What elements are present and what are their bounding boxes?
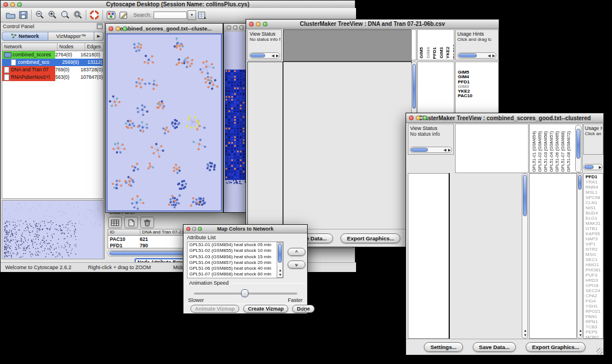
network-list-header[interactable]: Network Nodes Edges [2,43,103,51]
scrollbar-thumb[interactable] [584,165,594,169]
column-label[interactable]: GPL51-03 (GSM856) [543,131,548,172]
treeview1-row-dendrogram[interactable] [247,62,283,230]
gene-label[interactable]: ELG1 [586,216,603,221]
attribute-browser-icon[interactable] [196,9,209,21]
scrollbar-thumb[interactable] [278,243,282,263]
gene-label[interactable]: NTR2 [586,247,603,252]
zoom-window-icon[interactable] [239,25,244,30]
gene-label[interactable]: VIP1 [586,242,603,247]
zoom-window-icon[interactable] [423,116,427,120]
gene-label[interactable]: RNR4 [586,185,603,190]
gene-label[interactable]: GTB1 [586,226,603,231]
tab-network[interactable]: Network [2,32,48,41]
scroll-up-icon[interactable]: ▲ [579,329,582,333]
usage-hints-hscrollbar[interactable]: ◀ ▶ [457,52,496,59]
view-status-hscrollbar[interactable]: ◀ ▶ [410,147,452,153]
zoom-window-icon[interactable] [263,22,267,26]
help-ring-icon[interactable] [88,9,101,21]
attribute-list-item[interactable]: GPL51-06 (GSM865) heat shock 40 min [188,266,277,271]
gene-label[interactable]: PHO81 [586,267,603,273]
network-view-title-bar[interactable]: combined_scores_good.txt--cluste... [106,24,223,34]
scroll-down-icon[interactable]: ▼ [278,273,282,277]
move-down-button[interactable]: v [288,260,305,269]
scroll-right-icon[interactable]: ▶ [448,148,451,152]
scroll-down-icon[interactable]: ▼ [523,334,527,338]
minimize-icon[interactable] [416,116,420,120]
attribute-list-item[interactable]: GPL51-01 (GSM854) heat shock 05 min [188,242,277,248]
usage-hints-hscrollbar[interactable]: ▶ [583,164,603,170]
scroll-up-icon[interactable]: ▲ [523,329,527,333]
main-title-bar[interactable]: Cytoscape Desktop (Session Name: collins… [1,1,355,9]
window-controls[interactable] [409,116,427,120]
gene-label[interactable]: MSI1 [586,252,603,257]
dialog-button[interactable]: Animate Vizmap [190,305,239,313]
gene-label[interactable]: SPC98 [586,195,603,200]
zoom-selected-icon[interactable] [59,9,71,21]
network-list-row[interactable]: combined_scores 2764(0) 16218(0) [2,51,103,59]
tab-vizmapper[interactable]: VizMapper™ [48,32,94,41]
scrollbar-thumb[interactable] [578,175,582,190]
gene-label[interactable]: HAP3 [586,236,603,242]
minimize-icon[interactable] [116,26,120,31]
gene-label[interactable]: KAP95 [586,231,603,236]
column-label[interactable]: GPL51-06 (GSM865) [554,131,560,172]
save-icon[interactable] [17,9,29,21]
vizmapper-icon[interactable] [105,9,117,21]
gene-label[interactable]: CPA2 [586,293,603,298]
close-icon[interactable] [3,2,8,7]
treeview2-heatmap[interactable] [450,173,521,339]
column-label[interactable]: PAC10 [452,44,455,59]
treeview2-title-bar[interactable]: ClusterMaker TreeView : combined_scores_… [406,113,603,123]
scroll-down-icon[interactable]: ▼ [579,334,582,338]
treeview1-title-bar[interactable]: ClusterMaker TreeView : DNA and Tran 07-… [246,20,499,29]
window-controls[interactable] [3,2,22,7]
scroll-left-icon[interactable]: ◀ [488,54,491,58]
scrollbar-thumb[interactable] [523,175,527,216]
network-list-row[interactable]: combined_sco 2569(6) 13112(15) [2,59,103,66]
scroll-up-icon[interactable]: ▲ [278,269,282,273]
attribute-list-item[interactable]: GPL51-04 (GSM857) heat shock 20 min [188,260,277,266]
gene-label[interactable]: TCB3 [586,324,603,329]
treeview-button[interactable]: Save Data... [473,342,516,352]
scrollbar-thumb[interactable] [250,53,265,58]
zoom-out-icon[interactable] [33,9,46,21]
view-status-hscrollbar[interactable]: ◀ ▶ [249,52,280,59]
window-controls[interactable] [109,26,127,31]
column-label[interactable]: GIM4 [426,47,431,59]
treeview2-vscrollbar[interactable]: ▲ ▼ [522,173,528,339]
attribute-list-item[interactable]: GPL51-02 (GSM855) heat shock 10 min [188,248,277,254]
zoom-window-icon[interactable] [198,227,202,231]
treeview-button[interactable]: Settings... [424,342,462,352]
scroll-left-icon[interactable]: ◀ [443,148,446,152]
gene-label[interactable]: PFD1 [586,174,603,179]
treeview-button[interactable]: Export Graphics... [341,233,400,243]
zoom-in-icon[interactable] [46,9,59,21]
gene-label[interactable]: YSH1 [586,304,603,309]
gene-label[interactable]: MSL1 [586,190,603,195]
treeview-button[interactable]: Export Graphics... [526,342,586,352]
window-controls[interactable] [227,25,244,30]
close-icon[interactable] [109,26,113,31]
column-label[interactable]: GIM3 [439,47,445,59]
network-canvas[interactable] [108,35,221,210]
minimize-icon[interactable] [192,227,196,231]
similarity-matrix-canvas[interactable] [421,70,450,98]
dialog-button[interactable]: Create Vizmap [243,305,288,313]
birdseye-canvas[interactable] [2,201,103,259]
scrollbar-thumb[interactable] [412,64,416,109]
table-icon[interactable] [108,217,122,228]
column-label[interactable]: GPL51-01 (GSM854) [531,131,537,172]
float-panel-icon[interactable] [97,23,103,30]
move-up-button[interactable]: ^ [288,248,305,256]
gene-label[interactable]: FIG4 [586,298,603,304]
resize-grip[interactable] [596,348,603,354]
network-list-row[interactable]: DNA and Tran 07 769(0) 183728(0) [2,66,103,74]
gene-label[interactable]: BUD4 [586,210,603,216]
minimize-icon[interactable] [10,2,15,7]
scroll-left-icon[interactable]: ◀ [271,54,274,58]
open-icon[interactable] [4,9,17,21]
gene-label[interactable]: YRA1 [586,179,603,185]
row-label[interactable]: PAC10 [458,94,498,98]
gene-label[interactable]: MON2 [586,335,603,339]
search-input[interactable] [154,12,187,19]
